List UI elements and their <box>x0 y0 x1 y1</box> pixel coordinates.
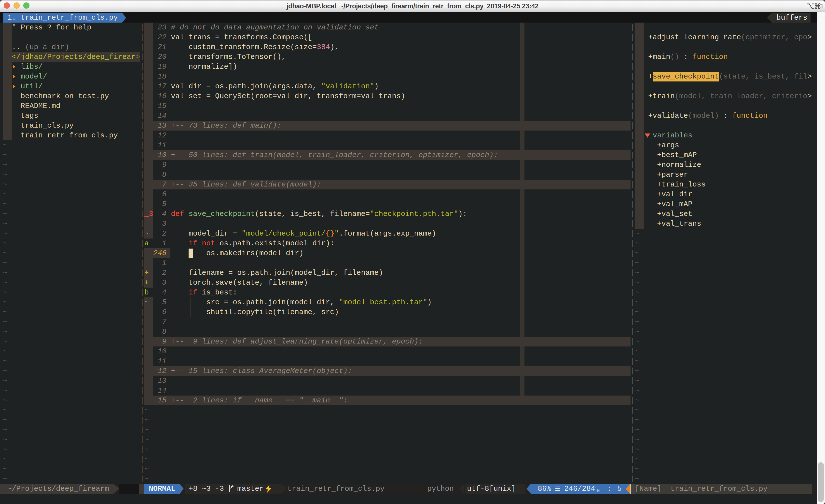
svg-text:1: 1 <box>820 2 823 10</box>
